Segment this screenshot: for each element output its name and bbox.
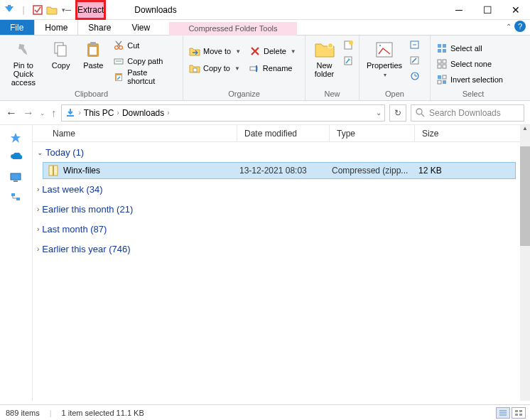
- minimize-button[interactable]: ─: [445, 0, 473, 20]
- ribbon: Pin to Quick access Copy Paste Cut Copy …: [0, 36, 530, 101]
- chevron-right-icon[interactable]: ›: [117, 109, 119, 117]
- select-all-button[interactable]: Select all: [435, 41, 504, 55]
- qat-separator: |: [17, 4, 30, 16]
- status-bar: 889 items | 1 item selected 11.1 KB: [0, 404, 530, 420]
- svg-rect-30: [443, 60, 446, 63]
- select-none-icon: [436, 58, 448, 70]
- file-row-selected[interactable]: Winx-files 13-12-2021 08:03 Compressed (…: [43, 162, 516, 179]
- refresh-button[interactable]: ↻: [389, 104, 406, 122]
- paste-button[interactable]: Paste: [79, 38, 107, 70]
- tab-view[interactable]: View: [121, 20, 161, 35]
- group-new: New folder New: [305, 36, 359, 100]
- group-last-week[interactable]: ›Last week (34): [33, 179, 530, 199]
- group-last-month[interactable]: ›Last month (87): [33, 219, 530, 239]
- maximize-button[interactable]: ☐: [473, 0, 502, 20]
- delete-button[interactable]: Delete▼: [248, 44, 298, 58]
- scrollbar-thumb[interactable]: [520, 146, 530, 246]
- svg-rect-5: [90, 42, 96, 45]
- titlebar: | ▾ Extract Downloads ─ ☐ ✕: [0, 0, 530, 20]
- collapse-ribbon-icon[interactable]: ⌃: [506, 23, 512, 31]
- up-button[interactable]: ↑: [51, 107, 57, 119]
- tab-file[interactable]: File: [0, 20, 34, 35]
- select-none-button[interactable]: Select none: [435, 57, 504, 71]
- column-headers: Name Date modified Type Size: [33, 125, 530, 142]
- qat-dropdown-icon[interactable]: ▾: [60, 4, 72, 16]
- column-header-name[interactable]: Name: [33, 125, 237, 141]
- svg-rect-46: [519, 410, 522, 412]
- file-list-pane: Name Date modified Type Size ⌄Today (1) …: [33, 125, 530, 401]
- column-header-date[interactable]: Date modified: [237, 125, 330, 141]
- copy-button[interactable]: Copy: [47, 38, 75, 70]
- svg-rect-26: [443, 44, 446, 48]
- group-clipboard: Pin to Quick access Copy Paste Cut Copy …: [0, 36, 183, 100]
- app-icon: [3, 4, 16, 16]
- onedrive-nav-icon[interactable]: [10, 152, 23, 163]
- forward-button[interactable]: →: [23, 107, 34, 119]
- invert-selection-button[interactable]: Invert selection: [435, 72, 504, 87]
- quick-access-nav-icon[interactable]: [10, 132, 23, 144]
- tab-extract[interactable]: Extract: [75, 0, 106, 20]
- history-icon[interactable]: [409, 71, 421, 81]
- svg-rect-48: [519, 414, 522, 416]
- easy-access-icon[interactable]: [343, 55, 355, 65]
- network-nav-icon[interactable]: [10, 192, 23, 203]
- properties-button[interactable]: Properties ▾: [364, 38, 405, 80]
- group-organize: Move to▼ Delete▼ Copy to▼ Rename Organiz…: [183, 36, 305, 100]
- svg-point-7: [115, 46, 119, 50]
- svg-rect-47: [515, 414, 518, 416]
- group-label-open: Open: [364, 88, 426, 100]
- paste-icon: [82, 40, 104, 60]
- search-box[interactable]: Search Downloads: [411, 104, 524, 122]
- new-folder-button[interactable]: New folder: [310, 38, 339, 78]
- copy-to-button[interactable]: Copy to▼: [188, 61, 242, 75]
- copy-path-icon: [113, 55, 124, 67]
- close-button[interactable]: ✕: [502, 0, 530, 20]
- large-icons-view-button[interactable]: [512, 407, 526, 419]
- pin-quick-access-button[interactable]: Pin to Quick access: [4, 38, 43, 87]
- chevron-right-icon[interactable]: ›: [167, 109, 169, 117]
- recent-locations-button[interactable]: ⌄: [40, 109, 45, 117]
- tab-home[interactable]: Home: [34, 20, 78, 35]
- navigation-pane[interactable]: [0, 125, 33, 401]
- qat-properties-icon[interactable]: [31, 4, 44, 16]
- details-view-button[interactable]: [496, 407, 510, 419]
- cut-button[interactable]: Cut: [112, 38, 178, 53]
- svg-rect-32: [443, 65, 446, 68]
- rename-button[interactable]: Rename: [247, 61, 294, 75]
- svg-rect-29: [438, 60, 441, 63]
- vertical-scrollbar[interactable]: ▲: [520, 125, 530, 401]
- group-label-clipboard: Clipboard: [4, 88, 178, 100]
- svg-rect-40: [13, 181, 18, 182]
- edit-icon[interactable]: [409, 55, 421, 65]
- group-earlier-month[interactable]: ›Earlier this month (21): [33, 199, 530, 219]
- this-pc-nav-icon[interactable]: [10, 172, 23, 183]
- chevron-down-icon: ▼: [235, 48, 241, 55]
- paste-shortcut-icon: [113, 71, 124, 82]
- address-dropdown-icon[interactable]: ⌄: [376, 109, 382, 117]
- column-header-type[interactable]: Type: [330, 125, 415, 141]
- address-bar[interactable]: › This PC › Downloads › ⌄: [61, 104, 386, 122]
- svg-rect-33: [438, 75, 441, 79]
- window-controls: ─ ☐ ✕: [445, 0, 530, 19]
- context-tab-subtitle[interactable]: Compressed Folder Tools: [169, 22, 297, 36]
- tab-share[interactable]: Share: [78, 20, 121, 35]
- paste-shortcut-button[interactable]: Paste shortcut: [112, 70, 178, 84]
- copy-path-button[interactable]: Copy path: [112, 54, 178, 68]
- back-button[interactable]: ←: [6, 107, 17, 119]
- open-icon[interactable]: [409, 40, 421, 50]
- group-today[interactable]: ⌄Today (1): [33, 142, 530, 162]
- group-earlier-year[interactable]: ›Earlier this year (746): [33, 239, 530, 259]
- help-icon[interactable]: ?: [514, 21, 526, 32]
- chevron-right-icon: ›: [37, 185, 39, 193]
- tab-extract-label: Extract: [77, 5, 104, 15]
- move-to-button[interactable]: Move to▼: [188, 44, 242, 58]
- qat-folder-icon[interactable]: [45, 4, 58, 16]
- svg-point-18: [349, 41, 353, 45]
- status-item-count: 889 items: [6, 409, 40, 417]
- breadcrumb-downloads[interactable]: Downloads: [122, 108, 164, 118]
- new-item-icon[interactable]: [343, 40, 355, 50]
- move-to-icon: [189, 45, 200, 57]
- breadcrumb-this-pc[interactable]: This PC: [84, 108, 114, 118]
- chevron-right-icon[interactable]: ›: [79, 109, 81, 117]
- column-header-size[interactable]: Size: [415, 125, 530, 141]
